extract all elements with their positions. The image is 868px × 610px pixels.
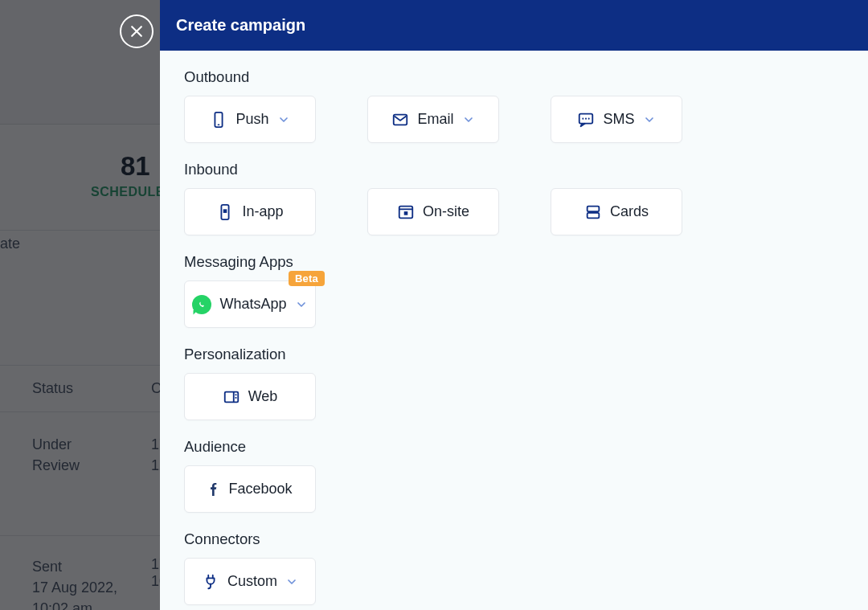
web-label: Web — [248, 388, 278, 405]
svg-rect-8 — [223, 209, 227, 213]
sms-label: SMS — [603, 111, 634, 128]
section-label: Messaging Apps — [184, 253, 844, 271]
whatsapp-label: WhatsApp — [219, 296, 286, 313]
inapp-card[interactable]: In-app — [184, 188, 316, 235]
whatsapp-card[interactable]: Beta WhatsApp — [184, 280, 316, 328]
whatsapp-icon — [192, 295, 211, 314]
custom-card[interactable]: Custom — [184, 558, 316, 605]
email-label: Email — [417, 111, 453, 128]
section-inbound: Inbound In-app On-site — [184, 161, 844, 235]
cards-icon — [584, 203, 602, 221]
cards-label: Cards — [610, 203, 649, 220]
svg-point-5 — [585, 117, 587, 119]
svg-rect-12 — [588, 206, 600, 211]
section-row: Facebook — [184, 465, 731, 513]
chevron-down-icon — [277, 113, 290, 126]
onsite-card[interactable]: On-site — [367, 188, 499, 235]
facebook-icon — [207, 480, 220, 499]
close-button[interactable] — [120, 14, 154, 48]
close-icon — [129, 23, 145, 39]
mail-icon — [391, 111, 409, 129]
cards-card[interactable]: Cards — [551, 188, 682, 235]
phone-icon — [210, 111, 227, 129]
panel-body: Outbound Push E — [160, 51, 868, 610]
web-card[interactable]: Web — [184, 373, 316, 420]
inapp-icon — [216, 203, 234, 221]
custom-label: Custom — [227, 573, 277, 590]
svg-rect-13 — [588, 212, 600, 217]
create-campaign-panel: Create campaign Outbound Push — [160, 0, 868, 610]
section-label: Personalization — [184, 346, 844, 363]
plug-icon — [202, 573, 219, 591]
svg-rect-1 — [218, 124, 220, 125]
email-card[interactable]: Email — [367, 96, 499, 143]
section-row: Custom — [184, 558, 731, 605]
push-card[interactable]: Push — [184, 96, 316, 143]
svg-rect-11 — [404, 211, 408, 215]
sms-icon — [577, 111, 595, 129]
section-personalization: Personalization Web — [184, 346, 844, 420]
panel-title: Create campaign — [176, 16, 305, 35]
section-label: Connectors — [184, 530, 844, 548]
sms-card[interactable]: SMS — [551, 96, 682, 143]
panel-header: Create campaign — [160, 0, 868, 51]
onsite-icon — [397, 203, 415, 221]
svg-rect-17 — [235, 397, 236, 399]
section-outbound: Outbound Push E — [184, 68, 844, 143]
web-icon — [223, 388, 240, 406]
section-row: Beta WhatsApp — [184, 280, 731, 328]
section-label: Audience — [184, 438, 844, 456]
section-audience: Audience Facebook — [184, 438, 844, 513]
facebook-label: Facebook — [228, 481, 292, 497]
chevron-down-icon — [295, 298, 308, 311]
section-messaging: Messaging Apps Beta WhatsApp — [184, 253, 844, 328]
section-row: Web — [184, 373, 731, 420]
svg-point-4 — [583, 117, 584, 119]
chevron-down-icon — [462, 113, 475, 126]
svg-rect-16 — [235, 394, 236, 395]
push-label: Push — [235, 111, 268, 128]
section-connectors: Connectors Custom — [184, 530, 844, 605]
chevron-down-icon — [285, 575, 298, 588]
onsite-label: On-site — [423, 203, 469, 220]
section-row: In-app On-site Cards — [184, 188, 731, 235]
section-label: Inbound — [184, 161, 844, 178]
beta-badge: Beta — [289, 271, 325, 286]
inapp-label: In-app — [242, 203, 283, 220]
chevron-down-icon — [643, 113, 656, 126]
svg-point-6 — [588, 117, 590, 119]
section-row: Push Email — [184, 96, 731, 143]
section-label: Outbound — [184, 68, 844, 86]
facebook-card[interactable]: Facebook — [184, 465, 316, 513]
